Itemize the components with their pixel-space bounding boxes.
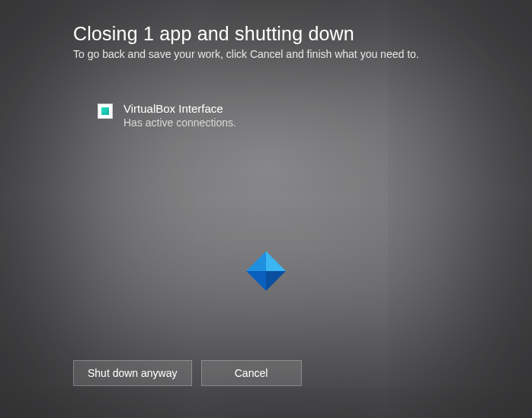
- svg-marker-0: [266, 251, 286, 271]
- svg-marker-3: [266, 271, 286, 291]
- virtualbox-icon-inner: [101, 107, 109, 115]
- svg-marker-1: [246, 251, 266, 271]
- virtualbox-icon: [98, 104, 113, 119]
- page-subtitle: To go back and save your work, click Can…: [73, 48, 502, 60]
- shutdown-anyway-button[interactable]: Shut down anyway: [73, 360, 192, 386]
- blocking-app-item: VirtualBox Interface Has active connecti…: [98, 102, 236, 129]
- action-buttons: Shut down anyway Cancel: [73, 360, 302, 386]
- app-name: VirtualBox Interface: [123, 102, 236, 115]
- windows-logo-icon: [246, 251, 286, 291]
- vignette-overlay: [0, 0, 532, 418]
- header: Closing 1 app and shutting down To go ba…: [73, 23, 502, 60]
- cancel-button[interactable]: Cancel: [201, 360, 302, 386]
- app-text: VirtualBox Interface Has active connecti…: [123, 102, 236, 129]
- page-title: Closing 1 app and shutting down: [73, 23, 502, 45]
- app-status: Has active connections.: [123, 116, 236, 129]
- svg-marker-2: [246, 271, 266, 291]
